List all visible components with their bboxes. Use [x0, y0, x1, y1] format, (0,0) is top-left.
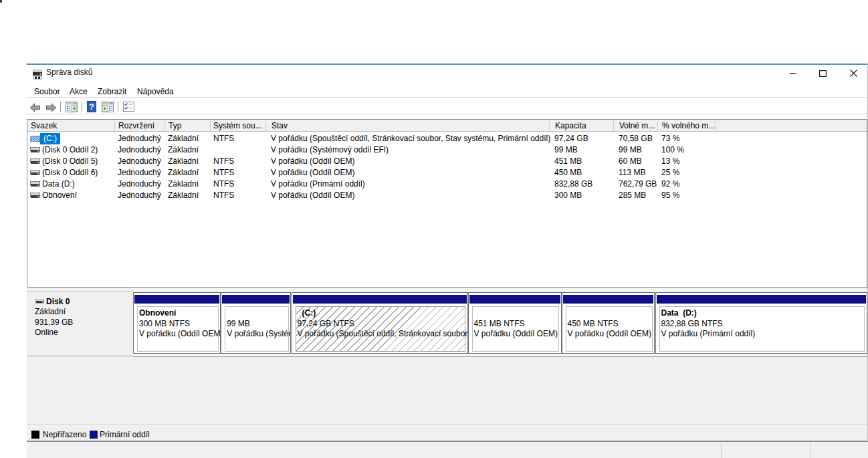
svg-text:?: ?	[89, 102, 94, 112]
